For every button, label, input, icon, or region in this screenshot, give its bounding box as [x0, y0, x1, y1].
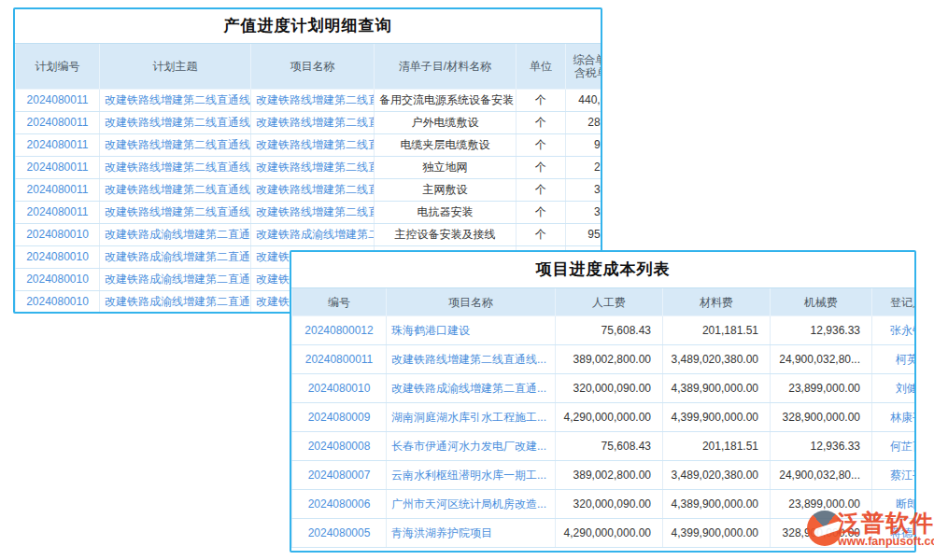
cell: 4,399,900,000.00	[663, 519, 771, 548]
cell: 个	[517, 112, 566, 134]
cell: 备用交流电源系统设备安装	[375, 90, 517, 112]
cell-link[interactable]: 改建铁路线增建第二线直通线	[100, 112, 251, 134]
cell: 主控设备安装及接线	[375, 224, 517, 246]
cell-link[interactable]: 2024080010	[16, 269, 100, 291]
table-row: 2024080007云南水利枢纽潜明水库一期工...389,002,800.00…	[292, 461, 917, 490]
cell: 320,000,090.00	[556, 374, 663, 403]
cell: 户外电缆敷设	[375, 112, 517, 134]
cell: 201,181.51	[663, 432, 771, 461]
cell: 75,608.43	[556, 316, 663, 345]
cell-link[interactable]: 2024080011	[16, 112, 100, 134]
cell: 个	[517, 90, 566, 112]
cell-link[interactable]: 2024080009	[292, 403, 387, 432]
cell-link[interactable]: 改建铁路线增建第二线直通线	[100, 157, 251, 179]
cell-link[interactable]: 2024080005	[292, 519, 387, 548]
cell: 个	[517, 202, 566, 224]
cell-link[interactable]: 2024080010	[16, 291, 100, 314]
cell-link[interactable]: 2024080011	[16, 134, 100, 157]
table-row: 2024080010改建铁路成渝线增建第二直通改建铁路成渝线增建第二直通主控设备…	[16, 224, 603, 246]
cell-link[interactable]: 改建铁路线增建第二线直通线	[251, 112, 375, 134]
cell-link[interactable]: 改建铁路线增建第二线直通线	[251, 157, 375, 179]
cell-link[interactable]: 改建铁路线增建第二线直通线	[251, 90, 375, 112]
cell: 97.06	[566, 134, 603, 157]
cell-link[interactable]: 改建铁路线增建第二线直通线	[251, 202, 375, 224]
table-row: 2024080011改建铁路线增建第二线直通线改建铁路线增建第二线直通线电抗器安…	[16, 202, 603, 224]
cell-link[interactable]: 改建铁路成渝线增建第二直通	[100, 246, 251, 269]
cell: 389,002,800.00	[556, 345, 663, 374]
column-header: 登记人	[872, 288, 917, 316]
cell-link[interactable]: 改建铁路成渝线增建第二直通	[100, 224, 251, 246]
fanpu-watermark: 泛普软件 www.fanpusoft.com	[807, 508, 930, 553]
cell: 4,389,900,000.00	[663, 374, 771, 403]
cell-link[interactable]: 珠海鹤港口建设	[387, 316, 556, 345]
cell-link[interactable]: 2024080011	[16, 179, 100, 202]
cell-link[interactable]: 2024080006	[292, 490, 387, 519]
table-row: 20240800012珠海鹤港口建设75,608.43201,181.5112,…	[292, 316, 917, 345]
cell-link[interactable]: 改建铁路线增建第二线直通线	[100, 179, 251, 202]
cell-link[interactable]: 云南水利枢纽潜明水库一期工...	[387, 461, 556, 490]
cell-link[interactable]: 改建铁路成渝线增建第二直通...	[387, 374, 556, 403]
cell: 24,900,032,80...	[771, 461, 872, 490]
plan-detail-title: 产值进度计划明细查询	[15, 9, 601, 44]
column-header: 项目名称	[387, 288, 556, 316]
cell: 个	[517, 224, 566, 246]
column-header: 计划编号	[16, 44, 100, 90]
cell-link[interactable]: 20240800012	[292, 316, 387, 345]
cell-link[interactable]: 长春市伊通河水力发电厂改建...	[387, 432, 556, 461]
cell-link[interactable]: 改建铁路线增建第二线直通线	[251, 179, 375, 202]
column-header: 计划主题	[100, 44, 251, 90]
cell-link[interactable]: 柯英	[872, 345, 917, 374]
table-row: 20240800011改建铁路线增建第二线直通线...389,002,800.0…	[292, 345, 917, 374]
table-row: 2024080011改建铁路线增建第二线直通线改建铁路线增建第二线直通线备用交流…	[16, 90, 603, 112]
fanpu-url-text: www.fanpusoft.com	[838, 535, 931, 548]
cell-link[interactable]: 湖南洞庭湖水库引水工程施工...	[387, 403, 556, 432]
cell-link[interactable]: 改建铁路成渝线增建第二直通	[251, 224, 375, 246]
cell-link[interactable]: 2024080011	[16, 202, 100, 224]
cell: 主网敷设	[375, 179, 517, 202]
cell-link[interactable]: 何芷茵	[872, 432, 917, 461]
column-header: 材料费	[663, 288, 771, 316]
cell-link[interactable]: 青海洪湖养护院项目	[387, 519, 556, 548]
cell-link[interactable]: 改建铁路成渝线增建第二直通	[100, 269, 251, 291]
cell: 个	[517, 134, 566, 157]
cell-link[interactable]: 2024080011	[16, 90, 100, 112]
cell: 32.45	[566, 202, 603, 224]
column-header: 编号	[292, 288, 387, 316]
cell: 24,900,032,80...	[771, 345, 872, 374]
cell-link[interactable]: 改建铁路成渝线增建第二直通	[100, 291, 251, 314]
cell: 3,489,020,380.00	[663, 345, 771, 374]
cell-link[interactable]: 刘健	[872, 374, 917, 403]
cell-link[interactable]: 改建铁路线增建第二线直通线	[100, 202, 251, 224]
cell: 4,290,000,000.00	[556, 403, 663, 432]
cell-link[interactable]: 2024080010	[16, 224, 100, 246]
cell-link[interactable]: 改建铁路线增建第二线直通线	[251, 134, 375, 157]
column-header: 综合单价/含税单价	[566, 44, 603, 90]
cell-link[interactable]: 2024080011	[16, 157, 100, 179]
cell-link[interactable]: 20240800011	[292, 345, 387, 374]
column-header: 机械费	[771, 288, 872, 316]
cell-link[interactable]: 2024080007	[292, 461, 387, 490]
table-row: 2024080011改建铁路线增建第二线直通线改建铁路线增建第二线直通线主网敷设…	[16, 179, 603, 202]
cell-link[interactable]: 改建铁路线增建第二线直通线...	[387, 345, 556, 374]
cell: 个	[517, 179, 566, 202]
header-row: 计划编号计划主题项目名称清单子目/材料名称单位综合单价/含税单价	[16, 44, 603, 90]
cell-link[interactable]: 广州市天河区统计局机房改造...	[387, 490, 556, 519]
cell: 4,399,900,000.00	[663, 403, 771, 432]
cell-link[interactable]: 蔡江平	[872, 461, 917, 490]
cell-link[interactable]: 改建铁路线增建第二线直通线	[100, 134, 251, 157]
table-row: 2024080010改建铁路成渝线增建第二直通...320,000,090.00…	[292, 374, 917, 403]
cell-link[interactable]: 张永银	[872, 316, 917, 345]
cell-link[interactable]: 2024080008	[292, 432, 387, 461]
cell: 电抗器安装	[375, 202, 517, 224]
cell: 440,00...	[566, 90, 603, 112]
table-row: 2024080011改建铁路线增建第二线直通线改建铁路线增建第二线直通线电缆夹层…	[16, 134, 603, 157]
cell: 36.19	[566, 179, 603, 202]
cell-link[interactable]: 改建铁路线增建第二线直通线	[100, 90, 251, 112]
cell-link[interactable]: 2024080010	[292, 374, 387, 403]
cell-link[interactable]: 2024080010	[16, 246, 100, 269]
cell: 27.19	[566, 157, 603, 179]
cell: 3,489,020,380.00	[663, 461, 771, 490]
cell: 201,181.51	[663, 316, 771, 345]
cell: 个	[517, 157, 566, 179]
cell-link[interactable]: 林康平	[872, 403, 917, 432]
